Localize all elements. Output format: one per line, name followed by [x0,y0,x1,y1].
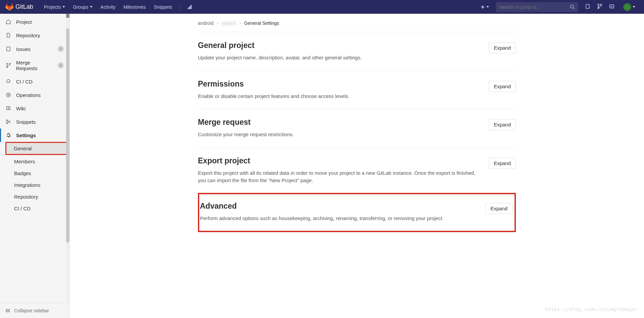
search-box[interactable] [496,2,578,12]
search-input[interactable] [499,4,570,10]
brand-text: GitLab [15,3,33,10]
gear-icon [5,132,11,138]
watermark: https://blog.csdn.net/mythmayor [545,307,638,312]
sidebar-sub-cicd[interactable]: CI / CD [14,203,69,214]
sidebar-item-label: Snippets [16,119,36,125]
merge-shortcut[interactable] [594,4,606,10]
section-desc: Update your project name, description, a… [198,54,480,62]
home-icon [5,19,11,25]
sidebar-item-operations[interactable]: Operations [0,88,69,102]
sidebar-item-issues[interactable]: Issues0 [0,42,69,56]
todos-shortcut[interactable] [606,4,618,10]
svg-point-18 [6,120,8,121]
sidebar-item-label: Merge Requests [16,60,53,71]
chevron-double-left-icon [5,308,11,313]
user-menu[interactable] [618,3,639,11]
nav-separator [179,4,180,10]
section-title: Export project [198,156,482,165]
new-dropdown[interactable] [477,5,492,9]
nav-chart[interactable] [183,0,197,14]
search-icon [570,4,575,9]
sidebar-item-label: Project [16,19,32,25]
expand-button[interactable]: Expand [489,42,516,53]
ops-icon [5,92,11,98]
sidebar-item-label: Operations [16,92,41,98]
nav-groups[interactable]: Groups [69,0,97,14]
breadcrumb-item[interactable]: android [198,20,214,26]
nav-projects[interactable]: Projects [40,0,69,14]
sidebar-sub-general[interactable]: General [6,143,67,154]
nav-snippets[interactable]: Snippets [150,0,176,14]
section-general-project: General project Update your project name… [198,32,516,71]
sidebar-sub-repository[interactable]: Repository [14,191,69,203]
svg-rect-2 [191,5,192,9]
expand-button[interactable]: Expand [489,119,516,130]
svg-rect-1 [189,6,190,9]
user-avatar [623,3,631,11]
collapse-sidebar-button[interactable]: Collapse sidebar [0,303,69,318]
expand-button[interactable]: Expand [485,203,513,214]
svg-point-19 [6,122,8,124]
main-content: android › project › General Settings Gen… [70,14,644,318]
highlight-box-general: General [5,142,68,155]
sidebar-item-cicd[interactable]: CI / CD [0,75,69,88]
gitlab-logo-icon [5,3,13,11]
section-title: Permissions [198,80,482,89]
brand[interactable]: GitLab [5,3,33,11]
chevron-down-icon [486,6,489,8]
sidebar-sub-members[interactable]: Members [14,156,69,167]
sidebar-scrollbar-arrow[interactable] [66,14,69,18]
expand-button[interactable]: Expand [489,158,516,169]
count-badge: 0 [57,62,64,69]
sidebar-sub-integrations[interactable]: Integrations [14,179,69,191]
sidebar-item-snippets[interactable]: Snippets [0,115,69,128]
file-icon [5,32,11,38]
sidebar-item-merge-requests[interactable]: Merge Requests0 [0,56,69,75]
sidebar-item-wiki[interactable]: Wiki [0,102,69,115]
chart-icon [187,4,193,10]
section-export-project: Export project Export this project with … [198,148,516,194]
section-merge-request: Merge request Customize your merge reque… [198,109,516,148]
issues-shortcut[interactable] [582,4,594,10]
todos-icon [609,4,614,9]
breadcrumb-item[interactable]: project [222,20,236,26]
scissors-icon [5,119,11,125]
sidebar-nav: Project Repository Issues0 Merge Request… [0,14,69,214]
rocket-icon [5,78,11,85]
sidebar-sub-badges[interactable]: Badges [14,167,69,179]
section-desc: Customize your merge request restriction… [198,131,480,139]
svg-point-16 [6,93,10,97]
nav-activity[interactable]: Activity [97,0,119,14]
nav-milestones[interactable]: Milestones [119,0,150,14]
breadcrumb-current: General Settings [244,20,279,26]
section-title: Advanced [200,202,479,211]
svg-point-8 [598,4,599,5]
issues-icon [5,46,11,52]
sidebar-item-label: Settings [16,132,36,138]
section-permissions: Permissions Enable or disable certain pr… [198,71,516,109]
sidebar-scrollbar-track[interactable] [66,14,69,303]
sidebar-scrollbar-thumb[interactable] [66,29,69,243]
section-advanced: Advanced Perform advanced options such a… [198,193,516,232]
sidebar-item-project[interactable]: Project [0,15,69,29]
chevron-down-icon [62,6,65,8]
sidebar-settings-submenu: Members Badges Integrations Repository C… [0,156,69,214]
topbar: GitLab Projects Groups Activity Mileston… [0,0,644,14]
count-badge: 0 [57,46,64,52]
svg-rect-12 [7,47,10,51]
section-desc: Perform advanced options such as houseke… [200,215,479,222]
sidebar-item-repository[interactable]: Repository [0,29,69,42]
breadcrumb: android › project › General Settings [198,14,516,32]
sidebar-item-settings[interactable]: Settings [0,128,69,142]
chevron-down-icon [90,6,93,8]
expand-button[interactable]: Expand [489,81,516,92]
svg-point-15 [9,63,10,64]
sidebar-item-label: CI / CD [16,79,33,85]
issues-icon [585,4,590,9]
section-title: General project [198,41,482,50]
book-icon [5,105,11,111]
chevron-down-icon [633,6,635,8]
collapse-sidebar-label: Collapse sidebar [14,308,49,313]
section-desc: Enable or disable certain project featur… [198,93,480,100]
section-desc: Export this project with all its related… [198,169,480,184]
